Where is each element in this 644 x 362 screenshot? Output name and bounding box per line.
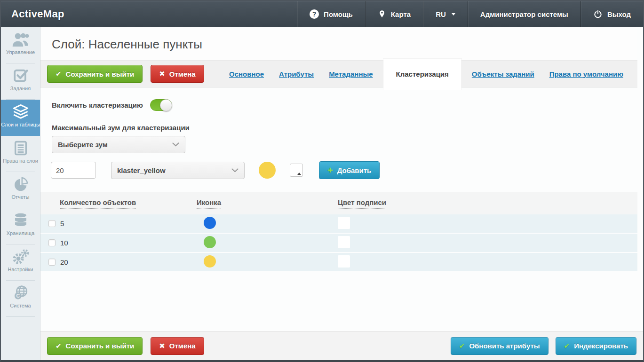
enable-clustering-toggle[interactable]: [150, 99, 172, 111]
sidebar-item-label: Права на слои: [3, 158, 38, 164]
toggle-knob: [160, 99, 172, 111]
label-color-swatch[interactable]: [338, 236, 350, 248]
clustering-tab-content: Включить кластеризацию Максимальный зум …: [40, 87, 637, 331]
cluster-icon-select[interactable]: klaster_yellow: [111, 162, 245, 179]
color-picker-arrow: [297, 173, 301, 175]
check-icon: ✔: [56, 342, 62, 350]
save-exit-button[interactable]: ✔ Сохранить и выйти: [47, 65, 143, 83]
sidebar-item-label: Отчеты: [11, 194, 29, 200]
top-navbar: ActiveMap ? Помощь Карта RU Администрато…: [1, 1, 643, 27]
page-title: Слой: Населенные пункты: [52, 37, 637, 52]
nav-map-label: Карта: [391, 10, 411, 18]
nav-user[interactable]: Администратор системы: [468, 1, 580, 27]
index-button[interactable]: ✔ Индексировать: [556, 337, 636, 355]
nav-help[interactable]: ? Помощь: [297, 1, 365, 27]
cross-icon: ✖: [159, 342, 165, 350]
clusters-table: Количество объектов Иконка Цвет подписи …: [40, 192, 637, 271]
pie-chart-icon: [12, 176, 30, 192]
sidebar-item-system[interactable]: C Система: [1, 281, 40, 317]
cross-icon: ✖: [159, 70, 165, 78]
table-row: 10: [40, 234, 637, 252]
document-lines-icon: [13, 140, 29, 156]
check-icon: ✔: [564, 342, 570, 350]
index-label: Индексировать: [574, 342, 628, 350]
update-attributes-label: Обновить атрибуты: [469, 342, 540, 350]
cluster-icon-preview: [259, 162, 276, 179]
tab-main[interactable]: Основное: [229, 70, 264, 78]
check-icon: ✔: [459, 342, 465, 350]
row-checkbox[interactable]: [48, 259, 56, 266]
cluster-icon-select-value: klaster_yellow: [117, 166, 166, 174]
tab-default-rights[interactable]: Права по умолчанию: [549, 70, 623, 78]
cancel-button[interactable]: ✖ Отмена: [151, 65, 204, 83]
sidebar-item-management[interactable]: Управление: [1, 27, 40, 63]
database-icon: [12, 212, 30, 228]
nav-logout-label: Выход: [607, 10, 631, 18]
nav-language[interactable]: RU: [423, 1, 468, 27]
page-header: Слой: Населенные пункты: [40, 27, 637, 61]
sidebar-item-label: Слои и таблицы: [1, 122, 40, 128]
sidebar-item-label: Система: [10, 303, 31, 309]
column-header-count: Количество объектов: [40, 198, 197, 209]
column-header-label-color: Цвет подписи: [338, 198, 637, 209]
map-pin-icon: [378, 9, 386, 19]
save-exit-label: Сохранить и выйти: [66, 70, 135, 78]
update-attributes-button[interactable]: ✔ Обновить атрибуты: [451, 337, 549, 355]
max-zoom-select[interactable]: Выберите зум: [52, 136, 185, 153]
app-logo[interactable]: ActiveMap: [1, 1, 75, 27]
table-row: 5: [40, 214, 637, 233]
plus-icon: +: [327, 165, 333, 176]
sidebar-item-settings[interactable]: Настройки: [1, 244, 40, 281]
cluster-count-value: 20: [60, 258, 68, 266]
sidebar-item-tasks[interactable]: Задания: [1, 63, 40, 100]
sidebar-item-reports[interactable]: Отчеты: [1, 172, 40, 208]
table-header-row: Количество объектов Иконка Цвет подписи: [40, 192, 637, 214]
nav-language-label: RU: [436, 10, 446, 18]
cluster-count-value: 10: [60, 239, 68, 247]
check-icon: ✔: [56, 70, 62, 78]
cancel-button-bottom[interactable]: ✖ Отмена: [151, 337, 204, 355]
layers-icon: [11, 104, 30, 120]
chevron-down-icon: [172, 142, 179, 147]
sidebar: Управление Задания Слои и таблицы: [1, 27, 40, 360]
column-header-icon: Иконка: [197, 198, 338, 209]
label-color-swatch[interactable]: [338, 255, 350, 268]
toolbar: ✔ Сохранить и выйти ✖ Отмена Основное Ат…: [40, 61, 637, 87]
cluster-count-value: 5: [60, 220, 64, 228]
tasks-icon: [12, 68, 29, 84]
gears-icon: [12, 249, 30, 265]
power-icon: [593, 9, 603, 19]
table-row: 20: [40, 253, 637, 271]
svg-text:C: C: [16, 293, 20, 299]
nav-map[interactable]: Карта: [365, 1, 423, 27]
globe-icon: C: [12, 285, 30, 301]
tab-attributes[interactable]: Атрибуты: [279, 70, 314, 78]
label-color-swatch[interactable]: [338, 217, 350, 229]
cancel-label: Отмена: [169, 342, 196, 350]
tab-metadata[interactable]: Метаданные: [329, 70, 373, 78]
footer-toolbar: ✔ Сохранить и выйти ✖ Отмена ✔ Обновить …: [40, 331, 643, 360]
max-zoom-select-value: Выберите зум: [58, 141, 108, 149]
add-button[interactable]: + Добавить: [319, 161, 380, 179]
nav-logout[interactable]: Выход: [580, 1, 643, 27]
label-color-picker[interactable]: [290, 164, 303, 177]
chevron-down-icon: [452, 13, 455, 16]
tab-bar: Основное Атрибуты Метаданные Кластеризац…: [222, 61, 631, 87]
sidebar-item-label: Хранилища: [7, 230, 35, 236]
row-checkbox[interactable]: [48, 239, 56, 246]
sidebar-item-layers[interactable]: Слои и таблицы: [1, 100, 40, 136]
cluster-count-input[interactable]: [51, 162, 96, 179]
nav-user-label: Администратор системы: [480, 10, 568, 18]
sidebar-item-storages[interactable]: Хранилища: [1, 208, 40, 244]
tab-task-objects[interactable]: Объекты заданий: [472, 70, 534, 78]
sidebar-item-label: Настройки: [8, 267, 33, 273]
sidebar-item-layer-rights[interactable]: Права на слои: [1, 136, 40, 172]
add-cluster-row: klaster_yellow + Добавить: [51, 161, 637, 179]
row-checkbox[interactable]: [48, 220, 56, 227]
sidebar-item-label: Задания: [10, 86, 31, 92]
cluster-icon: [204, 255, 216, 268]
cluster-icon: [204, 236, 216, 248]
chevron-down-icon: [231, 168, 239, 173]
tab-clustering[interactable]: Кластеризация: [383, 59, 461, 90]
save-exit-button-bottom[interactable]: ✔ Сохранить и выйти: [47, 337, 143, 355]
